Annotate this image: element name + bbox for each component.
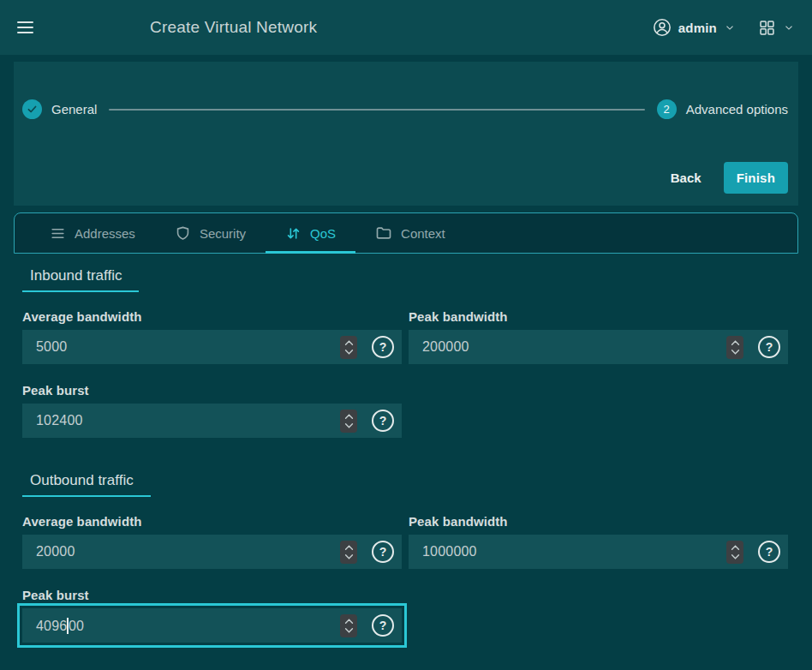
tab-label: QoS [310,226,336,241]
chevron-up-icon [344,414,354,420]
stepper-connector-line [109,109,644,111]
active-tab-indicator [266,251,355,254]
chevron-up-icon [731,340,740,346]
step-label: Advanced options [686,102,788,117]
chevron-down-icon [344,349,354,355]
step-number-badge: 2 [657,99,677,119]
outbound-peak-burst-input[interactable]: 409600 ? [22,608,402,643]
step-general[interactable]: General [22,99,97,119]
qos-form: Inbound traffic Average bandwidth 5000 ?… [0,254,812,643]
outbound-fields: Average bandwidth 20000 ? Peak bandwidth… [22,514,788,643]
chevron-up-icon [731,545,740,551]
outbound-average-bandwidth-input[interactable]: 20000 ? [22,535,402,569]
chevron-down-icon [724,21,736,33]
number-stepper[interactable] [340,541,357,564]
chevron-up-icon [344,545,354,551]
stepper: General 2 Advanced options [22,99,788,119]
number-stepper[interactable] [340,336,357,359]
tab-context[interactable]: Context [355,213,465,253]
field-inbound-average-bandwidth: Average bandwidth 5000 ? [22,309,402,364]
page-title: Create Virtual Network [150,18,317,37]
chevron-down-icon [344,553,354,559]
chevron-down-icon [783,21,795,33]
help-icon[interactable]: ? [758,541,780,563]
field-label: Peak bandwidth [409,309,788,324]
inbound-average-bandwidth-input[interactable]: 5000 ? [22,330,402,364]
field-inbound-peak-bandwidth: Peak bandwidth 200000 ? [409,309,788,364]
shield-icon [175,225,191,242]
help-icon[interactable]: ? [372,541,394,563]
tab-label: Security [200,226,246,241]
inbound-peak-burst-input[interactable]: 102400 ? [22,404,402,438]
input-value: 20000 [36,544,340,559]
tab-security[interactable]: Security [155,213,266,253]
apps-menu-button[interactable] [758,19,795,37]
field-label: Peak bandwidth [409,514,788,529]
outbound-peak-bandwidth-input[interactable]: 1000000 ? [409,535,788,569]
topbar: Create Virtual Network admin [0,0,812,55]
arrows-updown-icon [285,225,302,242]
field-label: Peak burst [22,588,402,602]
folder-icon [375,224,392,242]
chevron-down-icon [731,349,740,355]
step-advanced-options[interactable]: 2 Advanced options [657,99,788,119]
user-menu-button[interactable]: admin [653,18,736,37]
tab-label: Context [401,226,445,241]
input-value: 409600 [36,618,340,634]
user-avatar-icon [653,18,672,37]
help-icon[interactable]: ? [372,410,394,432]
wizard-actions: Back Finish [22,162,788,194]
help-icon[interactable]: ? [372,614,394,637]
help-icon[interactable]: ? [372,336,394,358]
topbar-actions: admin [653,18,795,37]
input-value: 102400 [36,413,340,428]
chevron-down-icon [344,422,354,428]
chevron-down-icon [344,627,354,633]
inbound-fields: Average bandwidth 5000 ? Peak bandwidth … [22,309,788,438]
number-stepper[interactable] [340,614,357,637]
field-label: Average bandwidth [22,309,402,324]
hamburger-icon [17,21,33,33]
stepper-card: General 2 Advanced options Back Finish [14,62,798,206]
chevron-down-icon [731,553,740,559]
section-title-outbound: Outbound traffic [22,472,151,497]
section-title-inbound: Inbound traffic [22,267,139,292]
number-stepper[interactable] [726,541,743,564]
tab-label: Addresses [75,226,135,241]
field-outbound-peak-burst: Peak burst 409600 ? [22,588,402,643]
list-icon [50,225,66,242]
inbound-peak-bandwidth-input[interactable]: 200000 ? [409,330,788,364]
field-outbound-peak-bandwidth: Peak bandwidth 1000000 ? [409,514,788,569]
help-icon[interactable]: ? [758,336,780,358]
tab-bar: Addresses Security QoS Context [14,212,798,254]
back-button[interactable]: Back [662,164,710,192]
number-stepper[interactable] [340,410,357,433]
input-value: 1000000 [422,544,726,559]
step-label: General [51,102,97,117]
number-stepper[interactable] [726,336,743,359]
field-outbound-average-bandwidth: Average bandwidth 20000 ? [22,514,402,569]
finish-button[interactable]: Finish [724,162,788,194]
step-completed-check-icon [22,99,42,119]
tab-qos[interactable]: QoS [266,213,355,253]
chevron-up-icon [344,340,354,346]
field-label: Average bandwidth [22,514,402,529]
menu-toggle-button[interactable] [17,21,33,33]
input-value: 200000 [422,339,726,355]
field-label: Peak burst [22,383,402,398]
tab-addresses[interactable]: Addresses [30,213,155,253]
field-inbound-peak-burst: Peak burst 102400 ? [22,383,402,438]
apps-grid-icon [758,19,776,37]
username-label: admin [678,21,717,35]
input-value: 5000 [36,339,340,355]
chevron-up-icon [344,619,354,625]
